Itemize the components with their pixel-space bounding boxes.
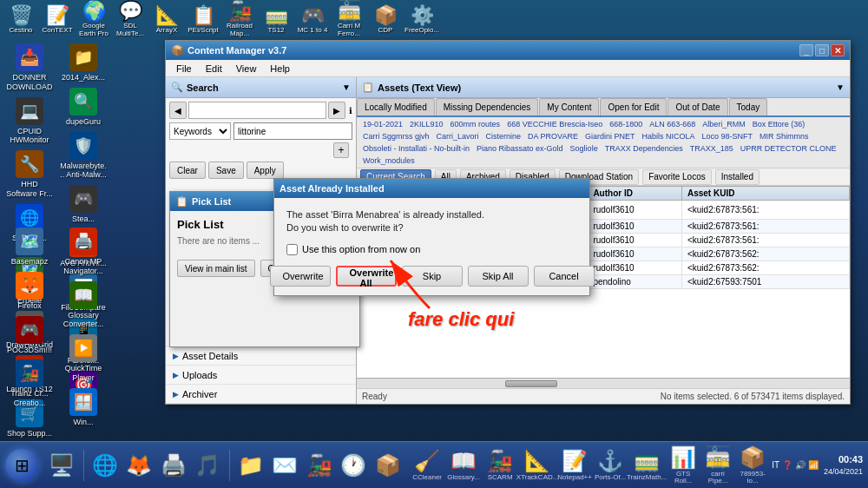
subtab-installed[interactable]: Installed xyxy=(715,169,760,185)
cat-box-ettore[interactable]: Box Ettore (36) xyxy=(750,119,808,129)
taskbar-gts[interactable]: 📊 GTS Roll... xyxy=(667,446,700,485)
horizontal-scrollbar[interactable] xyxy=(357,378,850,388)
taskbar-mail[interactable]: ✉️ xyxy=(269,446,301,485)
taskbar-ccleaner[interactable]: 🧹 CCleaner xyxy=(410,446,444,485)
cat-carri-sgg[interactable]: Carri Sggmrss gjvh xyxy=(360,131,432,142)
minimize-button[interactable]: _ xyxy=(799,44,813,56)
use-option-checkbox[interactable] xyxy=(286,244,298,255)
close-button[interactable]: ✕ xyxy=(831,44,845,56)
maximize-button[interactable]: □ xyxy=(815,44,829,56)
icon-basemapz[interactable]: 🗺️ Basemapz xyxy=(3,226,56,268)
top-icon-peiscript[interactable]: 📋 PEI/Script xyxy=(186,2,220,36)
overwrite-all-button[interactable]: Overwrite All xyxy=(336,266,397,287)
apply-button[interactable]: Apply xyxy=(247,162,284,179)
search-back-btn[interactable]: ◀ xyxy=(169,102,187,119)
icon-2014alex[interactable]: 📁 2014_Alex... xyxy=(57,42,109,84)
top-icon-cestino[interactable]: 🗑️ Cestino xyxy=(3,2,38,36)
icon-dupeguru[interactable]: 🔍 dupeGuru xyxy=(57,86,109,129)
icon-hhd[interactable]: 🔧 HHD Software Fr... xyxy=(3,148,56,201)
taskbar-notepadpp[interactable]: 📝 Notepad++ xyxy=(557,446,592,485)
cm-titlebar[interactable]: 📦 Content Manager v3.7 _ □ ✕ xyxy=(166,41,850,60)
search-info-icon[interactable]: ℹ xyxy=(349,106,352,115)
icon-firefox[interactable]: 🦊 Firefox xyxy=(3,270,56,313)
tab-locally-modified[interactable]: Locally Modified xyxy=(357,98,435,115)
icon-glossary-c[interactable]: 📖 Glossary Converter... xyxy=(57,280,109,332)
taskbar-trainzmath[interactable]: 🚃 TrainzMath... xyxy=(628,446,665,485)
cancel-button[interactable]: Cancel xyxy=(534,266,595,287)
asset-details-item[interactable]: ▶ Asset Details xyxy=(166,346,356,366)
top-icon-freeoption[interactable]: ⚙️ FreeOpio... xyxy=(404,2,439,36)
clear-button[interactable]: Clear xyxy=(169,162,206,179)
taskbar-trainz[interactable]: 🚂 xyxy=(303,446,335,485)
cat-sogliole[interactable]: Sogliole xyxy=(568,143,601,154)
icon-steam[interactable]: 🎮 Stea... xyxy=(57,183,109,226)
dialog-titlebar[interactable]: Asset Already Installed xyxy=(274,179,589,198)
save-button[interactable]: Save xyxy=(208,162,244,179)
cat-600mm[interactable]: 600mm routes xyxy=(448,119,503,129)
icon-quicktime[interactable]: ▶️ QuickTime Player xyxy=(57,333,109,385)
icon-win[interactable]: 🪟 Win... xyxy=(57,386,109,429)
taskbar-hp[interactable]: 🖨️ xyxy=(157,446,189,485)
cat-cisternine[interactable]: Cisternine xyxy=(483,131,524,142)
icon-malwarebytes[interactable]: 🛡️ Malwarebyte... Anti-Malw... xyxy=(57,130,109,182)
taskbar-carrip[interactable]: 🚋 carri Pipe... xyxy=(701,446,734,485)
icon-canon[interactable]: 🖨️ Canon MP Navigator... xyxy=(57,226,109,278)
top-icon-sdl[interactable]: 💬 SDL MultiTe... xyxy=(113,2,148,36)
cat-work-modules[interactable]: Work_modules xyxy=(360,155,418,166)
search-options-icon[interactable]: ▼ xyxy=(342,82,351,92)
taskbar-firefox[interactable]: 🦊 xyxy=(123,446,155,485)
cat-668vecchie[interactable]: 668 VECCHIE Brescia-Iseo xyxy=(504,119,605,129)
cat-loco98[interactable]: Loco 98-SNFT xyxy=(700,131,756,142)
taskbar-ports[interactable]: ⚓ Ports-Of... xyxy=(594,446,627,485)
assets-options[interactable]: ▼ xyxy=(836,82,845,92)
icon-donner-dl[interactable]: 📥 DONNER DOWNLOAD xyxy=(3,42,56,94)
taskbar-cdp2[interactable]: 📦 789953-lo... xyxy=(736,446,769,485)
skip-all-button[interactable]: Skip All xyxy=(468,266,529,287)
uploads-item[interactable]: ▶ Uploads xyxy=(166,366,356,385)
search-text-input[interactable] xyxy=(188,102,326,119)
archiver-item[interactable]: ▶ Archiver xyxy=(166,385,356,404)
taskbar-clock-task[interactable]: 🕐 xyxy=(338,446,370,485)
taskbar-show-desktop[interactable]: 🖥️ xyxy=(46,446,78,485)
taskbar-ie[interactable]: 🌐 xyxy=(89,446,121,485)
cat-alberi[interactable]: Alberi_RMM xyxy=(700,119,748,129)
keyword-type-dropdown[interactable]: Keywords xyxy=(169,122,231,140)
tab-missing-deps[interactable]: Missing Dependencies xyxy=(436,98,539,115)
top-icon-carrim[interactable]: 🚋 Carri M Ferro... xyxy=(332,2,366,36)
cat-2kill910[interactable]: 2KILL910 xyxy=(407,119,446,129)
top-icon-mc1[interactable]: 🎮 MC 1 to 4 xyxy=(295,2,330,36)
cat-traxx185[interactable]: TRAXX_185 xyxy=(687,143,736,154)
taskbar-xtrackcad[interactable]: 📐 XTrackCAD... xyxy=(519,446,556,485)
tray-volume[interactable]: 🔊 xyxy=(795,460,806,470)
tab-open-for-edit[interactable]: Open for Edit xyxy=(600,98,667,115)
icon-poc3ds[interactable]: 🎮 POC3DSm!!! xyxy=(3,314,56,357)
taskbar-explorer[interactable]: 📁 xyxy=(234,446,266,485)
top-icon-railroad[interactable]: 🚂 Railroad Map... xyxy=(222,2,257,36)
menu-view[interactable]: View xyxy=(229,62,264,76)
cat-da-provare[interactable]: DA PROVARE xyxy=(525,131,581,142)
subtab-favorite-locos[interactable]: Favorite Locos xyxy=(642,169,712,185)
taskbar-scarm[interactable]: 🚂 SCARM xyxy=(483,446,517,485)
top-icon-cdp[interactable]: 📦 CDP xyxy=(368,2,403,36)
cat-668-1800[interactable]: 668-1800 xyxy=(607,119,645,129)
icon-cpuid[interactable]: 💻 CPUID HWMonitor xyxy=(3,96,56,148)
search-forward-btn[interactable]: ▶ xyxy=(328,102,345,119)
view-main-list-btn[interactable]: View in main list xyxy=(177,260,255,277)
top-icon-arrayx[interactable]: 📐 ArrayX xyxy=(149,2,184,36)
clock[interactable]: 00:43 24/04/2021 xyxy=(824,453,863,478)
skip-button[interactable]: Skip xyxy=(402,266,463,287)
cat-obsoleti[interactable]: Obsoleti - Installati - No-built-in xyxy=(360,143,472,154)
taskbar-winamp[interactable]: 🎵 xyxy=(192,446,224,485)
taskbar-glossary2[interactable]: 📖 Glossary... xyxy=(446,446,481,485)
cat-traxx-dep[interactable]: TRAXX Dependencies xyxy=(602,143,686,154)
keyword-input[interactable] xyxy=(233,122,352,140)
cat-19-01-2021[interactable]: 19-01-2021 xyxy=(360,119,405,129)
overwrite-button[interactable]: Overwrite xyxy=(270,266,331,287)
menu-edit[interactable]: Edit xyxy=(199,62,229,76)
tray-network[interactable]: 📶 xyxy=(808,460,819,470)
top-icon-ts12[interactable]: 🚃 TS12 xyxy=(259,2,293,36)
icon-trainzcr[interactable]: 🚂 Trainz Cr... Creatio... xyxy=(3,358,56,410)
cat-habils[interactable]: Habils NICOLA xyxy=(639,131,697,142)
tab-my-content[interactable]: My Content xyxy=(539,98,599,115)
tray-question[interactable]: ❓ xyxy=(782,460,792,470)
